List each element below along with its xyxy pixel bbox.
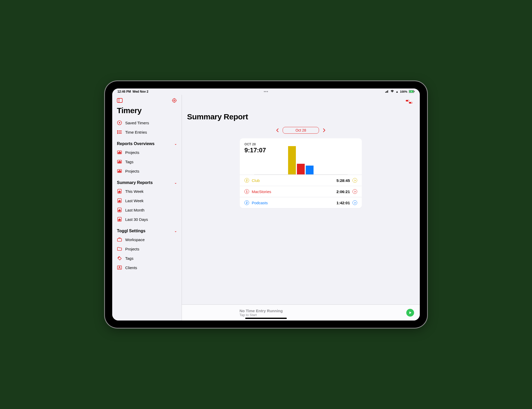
svg-point-51 [118, 257, 119, 258]
svg-rect-33 [120, 171, 121, 172]
chart-icon [117, 168, 122, 174]
sidebar-item-time-entries[interactable]: Time Entries [112, 127, 182, 137]
multitask-dots-icon[interactable]: ••• [264, 90, 268, 94]
app-title: Timery [112, 106, 182, 118]
chevron-right-icon [353, 200, 357, 205]
row-name: Club [252, 178, 334, 183]
sidebar-item-label: Workspace [125, 237, 145, 242]
start-timer-button[interactable] [406, 309, 414, 317]
row-badge: 2 [244, 178, 249, 183]
bottom-timer-bar[interactable]: No Time Entry Running Tap to Start [182, 304, 420, 321]
sidebar-item-label: Time Entries [125, 130, 147, 134]
main-content: Summary Report Oct 28 OCT 28 9:17:07 [182, 95, 420, 321]
chart-icon [117, 159, 122, 164]
svg-rect-31 [118, 171, 119, 172]
chart-bar [306, 166, 314, 174]
svg-rect-43 [118, 210, 119, 211]
sidebar-item-last-30-days[interactable]: Last 30 Days [112, 215, 182, 224]
row-time: 2:06:21 [336, 189, 350, 194]
row-badge: 2 [244, 200, 249, 205]
svg-point-16 [117, 131, 118, 131]
wifi-icon [390, 90, 394, 93]
sidebar-item-settings-tags[interactable]: Tags [112, 254, 182, 263]
sidebar-item-label: Tags [125, 256, 134, 261]
section-header-summary-reports[interactable]: Summary Reports ⌄ [112, 176, 182, 187]
summary-row-club[interactable]: 2 Club 5:28:45 [240, 175, 362, 186]
status-date: Wed Nov 2 [132, 90, 148, 93]
svg-point-18 [117, 132, 118, 132]
list-icon [117, 129, 122, 135]
chevron-down-icon: ⌄ [174, 229, 177, 233]
report-icon [117, 198, 122, 203]
sidebar-item-label: Projects [125, 169, 139, 173]
svg-point-55 [408, 100, 409, 101]
sidebar-item-saved-timers[interactable]: Saved Timers [112, 118, 182, 127]
sidebar-item-workspace[interactable]: Workspace [112, 235, 182, 244]
sidebar-item-projects-2[interactable]: Projects [112, 166, 182, 176]
sidebar-item-this-week[interactable]: This Week [112, 187, 182, 196]
svg-rect-25 [120, 152, 121, 153]
page-title: Summary Report [182, 107, 420, 123]
svg-point-20 [117, 133, 118, 134]
chart-bar [297, 164, 305, 174]
sidebar-item-last-month[interactable]: Last Month [112, 205, 182, 215]
sidebar-toggle-icon[interactable] [117, 98, 123, 104]
date-next-button[interactable] [323, 128, 326, 133]
svg-rect-37 [120, 191, 121, 193]
svg-rect-35 [118, 192, 119, 193]
folder-icon [117, 246, 122, 251]
sidebar-item-tags[interactable]: Tags [112, 157, 182, 166]
sidebar-item-label: Last 30 Days [125, 217, 148, 222]
date-navigation: Oct 28 [182, 123, 420, 138]
row-badge: 1 [244, 189, 249, 194]
battery-icon [409, 90, 415, 93]
date-prev-button[interactable] [276, 128, 279, 133]
report-icon [117, 207, 122, 213]
sidebar-item-label: Tags [125, 160, 134, 164]
svg-rect-7 [117, 98, 122, 103]
bottom-bar-subtitle: Tap to Start [240, 313, 406, 317]
svg-rect-32 [119, 170, 120, 172]
chevron-right-icon [353, 178, 357, 183]
row-name: Podcasts [252, 201, 334, 205]
summary-row-macstories[interactable]: 1 MacStories 2:06:21 [240, 186, 362, 197]
sidebar-item-settings-projects[interactable]: Projects [112, 244, 182, 254]
sidebar-item-last-week[interactable]: Last Week [112, 196, 182, 205]
section-header-toggl-settings[interactable]: Toggl Settings ⌄ [112, 224, 182, 235]
svg-rect-39 [118, 201, 119, 202]
section-title: Toggl Settings [117, 229, 145, 233]
settings-gear-icon[interactable] [172, 98, 177, 104]
date-selector[interactable]: Oct 28 [283, 127, 319, 134]
report-icon [117, 189, 122, 194]
sidebar-item-label: Projects [125, 150, 139, 155]
chart-icon [117, 150, 122, 155]
bar-chart [254, 146, 348, 175]
section-header-reports-overviews[interactable]: Reports Overviews ⌄ [112, 137, 182, 148]
screen: 12:46 PM Wed Nov 2 ••• ▲ 100% [112, 88, 420, 321]
view-options-icon[interactable] [404, 97, 415, 107]
svg-rect-44 [119, 209, 120, 211]
svg-rect-28 [119, 161, 120, 163]
svg-point-9 [172, 99, 176, 102]
svg-rect-48 [119, 219, 120, 221]
svg-point-53 [119, 267, 120, 268]
sidebar-item-clients[interactable]: Clients [112, 263, 182, 272]
bottom-bar-title: No Time Entry Running [240, 309, 406, 313]
sidebar-item-label: Last Month [125, 208, 144, 212]
svg-rect-45 [120, 210, 121, 211]
svg-rect-29 [120, 161, 121, 163]
summary-card: OCT 28 9:17:07 2 Club 5:28:45 [240, 138, 362, 208]
chevron-down-icon: ⌄ [174, 142, 177, 146]
summary-row-podcasts[interactable]: 2 Podcasts 1:42:01 [240, 197, 362, 208]
chart-bar [288, 146, 296, 174]
svg-rect-36 [119, 191, 120, 193]
sidebar-item-label: Last Week [125, 199, 144, 203]
battery-percent: 100% [400, 90, 407, 93]
sidebar-item-label: Saved Timers [125, 121, 149, 125]
svg-rect-27 [118, 162, 119, 163]
sidebar-item-projects[interactable]: Projects [112, 148, 182, 157]
report-icon [117, 217, 122, 222]
home-indicator[interactable] [245, 318, 287, 319]
tag-icon [117, 256, 122, 261]
svg-rect-0 [385, 92, 386, 93]
